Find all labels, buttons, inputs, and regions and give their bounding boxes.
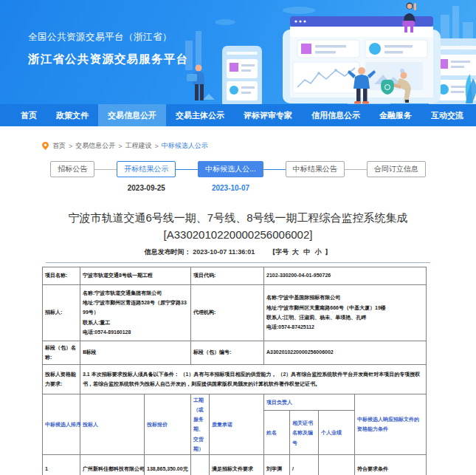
agency-name: 名称:宁波中基国际招标有限公司	[266, 293, 424, 302]
candidate-rank: 1	[43, 455, 80, 475]
tenderee-phone: 电话:0574-89160128	[83, 327, 188, 337]
step-connector	[176, 169, 198, 170]
step-date	[69, 184, 76, 193]
tenderee-name: 名称:宁波市轨道交通集团有限公司	[83, 288, 188, 298]
project-name-value: 宁波市轨道交通8号线一期工程	[80, 267, 191, 284]
step-connector	[263, 169, 286, 170]
breadcrumb-trade-info[interactable]: 交易信息公开	[75, 141, 115, 151]
page-title: 宁波市轨道交通6号线一期、7号线、8号线一期工程综合监控系统集成 [A33020…	[39, 209, 438, 244]
header-qualification: 中标候选人响应招标文件的资格能力条件	[355, 394, 427, 455]
table-row: 投标人资格能力要求: 3.1 本次招标要求投标人须具备以下条件： （1）具有与本…	[43, 364, 427, 394]
header-price: 投标报价	[145, 394, 191, 455]
step-box-winning-candidates[interactable]: 中标候选人公...	[198, 161, 263, 177]
step-connector	[345, 169, 367, 170]
tenderee-label: 招标人:	[43, 284, 80, 341]
font-size-small-button[interactable]: 小	[315, 248, 322, 256]
header-manager-cert: 相关证书名称及编号	[290, 411, 319, 455]
step-date: 2023-10-07	[212, 184, 249, 193]
step-date	[311, 184, 319, 193]
announcement-code: [A3302010220000256006002]	[39, 226, 438, 243]
step-winning-candidates: 中标候选人公... 2023-10-07	[198, 161, 263, 193]
publish-info: 信息发布时间： 2023-10-07 11:36:01 【字号 大 中 小 】	[0, 247, 476, 257]
candidate-row: 1 广州新科佳都科技有限公司 138,865,350.00元 满足招标文件要求 …	[43, 455, 427, 475]
step-box-winning-result[interactable]: 中标结果公告	[286, 161, 345, 177]
nav-item-trade-subject[interactable]: 交易主体公示	[166, 104, 234, 126]
project-code-label: 项目代码:	[191, 267, 264, 284]
section-name-label: 标段（包）名称:	[43, 341, 80, 364]
announcement-table: 项目名称: 宁波市轨道交通8号线一期工程 项目代码: 2102-330200-0…	[42, 267, 427, 475]
step-bid-opening: 开标结果公示 2023-09-25	[117, 161, 176, 193]
font-size-large-button[interactable]: 大	[292, 248, 299, 256]
site-banner: 全国公共资源交易平台（浙江省） 浙江省公共资源交易服务平台	[0, 0, 476, 104]
header-project-manager: 项目负责人	[264, 394, 355, 411]
platform-supertitle: 全国公共资源交易平台（浙江省）	[28, 31, 188, 44]
candidates-header-row: 中标候选人排序 投标人 投标报价 工期（或服务期、交货期） 质量承诺 项目负责人…	[43, 394, 427, 411]
step-box-bid-opening[interactable]: 开标结果公示	[117, 161, 176, 177]
breadcrumb-separator: >	[69, 143, 72, 150]
nav-item-finance[interactable]: 金融服务	[370, 104, 421, 126]
header-quality: 质量承诺	[210, 394, 264, 455]
nav-item-credit-info[interactable]: 信用信息公示	[302, 104, 370, 126]
nav-item-trade-info[interactable]: 交易信息公开	[98, 104, 166, 126]
announcement-title: 宁波市轨道交通6号线一期、7号线、8号线一期工程综合监控系统集成	[39, 209, 438, 226]
header-manager-achievement: 个人业绩	[319, 411, 355, 455]
location-pin-icon	[42, 142, 49, 150]
project-name-label: 项目名称:	[43, 267, 80, 284]
qualification-text: 3.1 本次招标要求投标人须具备以下条件： （1）具有与本招标项目相应的供货能力…	[80, 364, 427, 394]
header-bidder: 投标人	[80, 394, 145, 455]
agency-value: 名称:宁波中基国际招标有限公司 地址:宁波市鄞州区天童南路666号（中基大厦）1…	[264, 284, 427, 341]
nav-item-experts[interactable]: 评标评审专家	[234, 104, 302, 126]
agency-phone: 电话:0574-87425112	[266, 322, 424, 332]
agency-address: 地址:宁波市鄞州区天童南路666号（中基大厦）19楼	[266, 303, 424, 312]
section-name-value: Ⅱ标段	[80, 341, 191, 364]
breadcrumb-separator: >	[118, 143, 122, 150]
content-divider	[46, 262, 430, 263]
header-manager-name: 姓名	[264, 411, 290, 455]
step-contract-info: 合同订立信息	[367, 161, 426, 193]
section-code-value: A3302010220000256006002	[264, 341, 427, 364]
candidate-qualification: 符合要求条件	[355, 455, 427, 475]
nav-item-policy[interactable]: 政策文件	[46, 104, 98, 126]
publish-time-value: 2023-10-07 11:36:01	[193, 248, 255, 256]
nav-item-home[interactable]: 首页	[11, 104, 46, 126]
agency-contact: 联系人:江明、汪淑莉、杨未、单瑛艳、孔晖	[266, 312, 424, 322]
qualification-label: 投标人资格能力要求:	[43, 364, 80, 394]
candidate-bidder: 广州新科佳都科技有限公司	[80, 455, 145, 475]
table-row: 招标人: 名称:宁波市轨道交通集团有限公司 地址:宁波市鄞州区青连路528号（原…	[43, 284, 427, 341]
project-code-value: 2102-330200-04-01-950726	[264, 267, 427, 284]
candidate-manager-achievement	[319, 455, 355, 475]
candidate-duration	[191, 455, 210, 475]
breadcrumb-current: 中标候选人公示	[162, 141, 208, 151]
platform-title: 浙江省公共资源交易服务平台	[28, 52, 188, 67]
table-row: 标段（包）名称: Ⅱ标段 标段（包）编号: A33020102200002560…	[43, 341, 427, 364]
candidate-price: 138,865,350.00元	[145, 455, 191, 475]
step-date	[393, 184, 400, 193]
tenderee-value: 名称:宁波市轨道交通集团有限公司 地址:宁波市鄞州区青连路528号（原宁穿路33…	[80, 284, 191, 341]
breadcrumb: 首页 > 交易信息公开 > 工程建设 > 中标候选人公示	[42, 141, 476, 151]
step-connector	[94, 169, 117, 170]
section-code-label: 标段（包）编号:	[191, 341, 264, 364]
step-box-tender-announcement[interactable]: 招标公告	[50, 161, 94, 177]
header-rank: 中标候选人排序	[43, 394, 80, 455]
tenderee-contact: 联系人:董工	[83, 318, 188, 327]
banner-illustration	[181, 0, 476, 104]
step-date: 2023-09-25	[128, 184, 165, 193]
breadcrumb-separator: >	[155, 143, 159, 150]
candidate-manager-name: 刘学渊	[264, 455, 290, 475]
font-size-prefix: 【字号	[269, 248, 289, 256]
step-winning-result: 中标结果公告	[286, 161, 345, 193]
step-box-contract-info[interactable]: 合同订立信息	[367, 161, 426, 177]
main-nav: 首页 政策文件 交易信息公开 交易主体公示 评标评审专家 信用信息公示 金融服务…	[0, 104, 476, 126]
breadcrumb-home[interactable]: 首页	[52, 141, 66, 151]
font-size-medium-button[interactable]: 中	[303, 248, 310, 256]
table-row: 项目名称: 宁波市轨道交通8号线一期工程 项目代码: 2102-330200-0…	[43, 267, 427, 284]
breadcrumb-construction[interactable]: 工程建设	[125, 141, 152, 151]
process-steps: 招标公告 开标结果公示 2023-09-25 中标候选人公... 2023-10…	[0, 161, 476, 193]
step-tender-announcement: 招标公告	[50, 161, 94, 193]
publish-time-label: 信息发布时间：	[145, 248, 191, 256]
tenderee-address: 地址:宁波市鄞州区青连路528号（原宁穿路3399号）	[83, 298, 188, 318]
header-duration: 工期（或服务期、交货期）	[191, 394, 210, 455]
candidate-manager-cert: /	[290, 455, 319, 475]
agency-label: 代理机构:	[191, 284, 264, 341]
nav-item-interaction[interactable]: 互动交流	[421, 104, 473, 126]
